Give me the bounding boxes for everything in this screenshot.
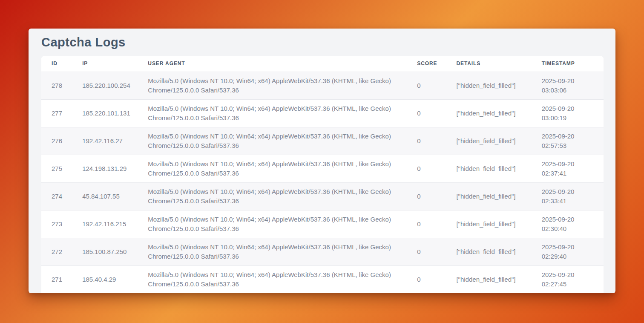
table-header: IDIPUSER AGENTSCOREDETAILSTIMESTAMP [41, 56, 604, 72]
cell-ip: 124.198.131.29 [82, 155, 148, 182]
cell-timestamp: 2025-09-20 02:29:40 [542, 238, 604, 265]
page-background: { "page": { "title": "Captcha Logs" }, "… [0, 0, 644, 323]
cell-timestamp: 2025-09-20 02:33:41 [542, 182, 604, 210]
table-row: 273192.42.116.215Mozilla/5.0 (Windows NT… [41, 210, 604, 238]
cell-score: 0 [417, 155, 456, 182]
cell-ip: 185.220.101.131 [82, 99, 148, 127]
cell-score: 0 [417, 182, 456, 210]
cell-score: 0 [417, 238, 456, 265]
cell-user_agent: Mozilla/5.0 (Windows NT 10.0; Win64; x64… [148, 127, 417, 155]
table-header-row: IDIPUSER AGENTSCOREDETAILSTIMESTAMP [41, 56, 604, 72]
cell-score: 0 [417, 99, 456, 127]
table-row: 278185.220.100.254Mozilla/5.0 (Windows N… [41, 72, 604, 99]
cell-user_agent: Mozilla/5.0 (Windows NT 10.0; Win64; x64… [148, 265, 417, 293]
cell-id: 273 [41, 210, 82, 238]
cell-id: 275 [41, 155, 82, 182]
captcha-logs-table: IDIPUSER AGENTSCOREDETAILSTIMESTAMP 2781… [41, 56, 604, 293]
cell-details: ["hidden_field_filled"] [456, 210, 541, 238]
column-header-user_agent: USER AGENT [148, 56, 417, 72]
cell-user_agent: Mozilla/5.0 (Windows NT 10.0; Win64; x64… [148, 182, 417, 210]
cell-id: 272 [41, 238, 82, 265]
cell-details: ["hidden_field_filled"] [456, 99, 541, 127]
cell-score: 0 [417, 72, 456, 99]
cell-id: 274 [41, 182, 82, 210]
cell-timestamp: 2025-09-20 03:00:19 [542, 99, 604, 127]
cell-score: 0 [417, 127, 456, 155]
table-body: 278185.220.100.254Mozilla/5.0 (Windows N… [41, 72, 604, 293]
column-header-timestamp: TIMESTAMP [542, 56, 604, 72]
cell-timestamp: 2025-09-20 02:57:53 [542, 127, 604, 155]
cell-details: ["hidden_field_filled"] [456, 265, 541, 293]
table-row: 276192.42.116.27Mozilla/5.0 (Windows NT … [41, 127, 604, 155]
cell-ip: 185.100.87.250 [82, 238, 148, 265]
cell-score: 0 [417, 265, 456, 293]
captcha-logs-card: Captcha Logs IDIPUSER AGENTSCOREDETAILST… [29, 29, 615, 293]
cell-ip: 192.42.116.215 [82, 210, 148, 238]
cell-ip: 185.40.4.29 [82, 265, 148, 293]
page-title: Captcha Logs [41, 35, 603, 49]
table-row: 271185.40.4.29Mozilla/5.0 (Windows NT 10… [41, 265, 604, 293]
cell-details: ["hidden_field_filled"] [456, 72, 541, 99]
cell-id: 278 [41, 72, 82, 99]
cell-id: 271 [41, 265, 82, 293]
cell-details: ["hidden_field_filled"] [456, 127, 541, 155]
cell-ip: 192.42.116.27 [82, 127, 148, 155]
cell-user_agent: Mozilla/5.0 (Windows NT 10.0; Win64; x64… [148, 72, 417, 99]
table-row: 275124.198.131.29Mozilla/5.0 (Windows NT… [41, 155, 604, 182]
column-header-details: DETAILS [456, 56, 541, 72]
cell-id: 276 [41, 127, 82, 155]
cell-ip: 45.84.107.55 [82, 182, 148, 210]
cell-timestamp: 2025-09-20 02:37:41 [542, 155, 604, 182]
table-row: 277185.220.101.131Mozilla/5.0 (Windows N… [41, 99, 604, 127]
column-header-ip: IP [82, 56, 148, 72]
column-header-score: SCORE [417, 56, 456, 72]
cell-timestamp: 2025-09-20 03:03:06 [542, 72, 604, 99]
column-header-id: ID [41, 56, 82, 72]
cell-id: 277 [41, 99, 82, 127]
cell-details: ["hidden_field_filled"] [456, 155, 541, 182]
table-row: 27445.84.107.55Mozilla/5.0 (Windows NT 1… [41, 182, 604, 210]
cell-timestamp: 2025-09-20 02:30:40 [542, 210, 604, 238]
table-row: 272185.100.87.250Mozilla/5.0 (Windows NT… [41, 238, 604, 265]
cell-details: ["hidden_field_filled"] [456, 182, 541, 210]
cell-user_agent: Mozilla/5.0 (Windows NT 10.0; Win64; x64… [148, 155, 417, 182]
cell-ip: 185.220.100.254 [82, 72, 148, 99]
captcha-logs-table-container: IDIPUSER AGENTSCOREDETAILSTIMESTAMP 2781… [41, 56, 604, 293]
cell-user_agent: Mozilla/5.0 (Windows NT 10.0; Win64; x64… [148, 99, 417, 127]
cell-details: ["hidden_field_filled"] [456, 238, 541, 265]
cell-score: 0 [417, 210, 456, 238]
cell-user_agent: Mozilla/5.0 (Windows NT 10.0; Win64; x64… [148, 210, 417, 238]
cell-user_agent: Mozilla/5.0 (Windows NT 10.0; Win64; x64… [148, 238, 417, 265]
cell-timestamp: 2025-09-20 02:27:45 [542, 265, 604, 293]
